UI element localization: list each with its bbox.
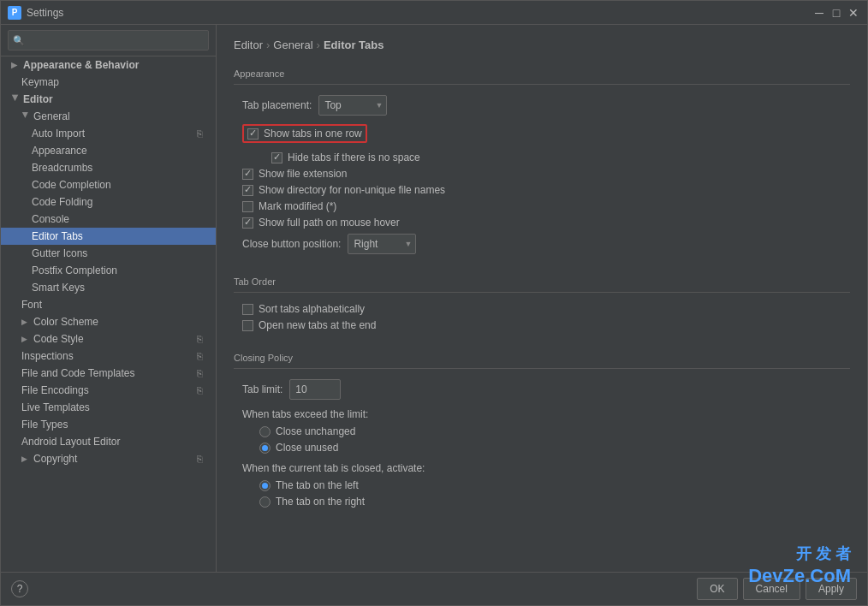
show-directory-row: Show directory for non-unique file names — [242, 184, 850, 196]
sidebar-item-label: Breadcrumbs — [32, 162, 92, 174]
tab-placement-row: Tab placement: Top Bottom Left Right Non… — [242, 95, 850, 116]
sort-alphabetically-checkbox[interactable] — [242, 304, 253, 315]
copy-icon: ⎘ — [197, 128, 209, 139]
tab-order-section-title: Tab Order — [234, 276, 850, 287]
tab-on-right-label: The tab on the right — [276, 496, 365, 508]
sidebar-item-smart-keys[interactable]: Smart Keys — [1, 279, 216, 296]
sidebar-item-file-types[interactable]: File Types — [1, 416, 216, 433]
close-unused-radio[interactable] — [259, 443, 271, 454]
copy-icon: ⎘ — [197, 454, 209, 464]
expand-icon: ▶ — [11, 61, 20, 69]
sidebar-item-label: Live Templates — [21, 401, 90, 413]
open-new-at-end-checkbox[interactable] — [242, 320, 253, 331]
tab-on-right-radio[interactable] — [259, 496, 271, 508]
show-directory-checkbox[interactable] — [242, 185, 253, 196]
sidebar-item-font[interactable]: Font — [1, 296, 216, 313]
cancel-button[interactable]: Cancel — [743, 578, 800, 600]
sidebar-item-label: Code Style — [33, 333, 84, 345]
show-full-path-label: Show full path on mouse hover — [259, 217, 400, 229]
sort-alphabetically-row: Sort tabs alphabetically — [242, 303, 850, 315]
tab-limit-input[interactable] — [289, 379, 341, 400]
tab-on-left-label: The tab on the left — [276, 479, 359, 491]
mark-modified-checkbox[interactable] — [242, 201, 253, 212]
sidebar-item-code-style[interactable]: ▶ Code Style ⎘ — [1, 330, 216, 348]
close-button[interactable]: ✕ — [847, 6, 860, 20]
sidebar-item-label: File and Code Templates — [21, 367, 135, 379]
sidebar-item-label: Postfix Completion — [32, 264, 117, 276]
tab-on-left-radio[interactable] — [259, 480, 271, 491]
close-button-dropdown-wrapper: Right Left None ▼ — [348, 234, 416, 254]
divider-3 — [234, 368, 850, 369]
sidebar-item-label: Smart Keys — [32, 282, 85, 294]
sidebar-item-label: File Types — [21, 419, 68, 431]
mark-modified-row: Mark modified (*) — [242, 200, 850, 212]
close-unchanged-label: Close unchanged — [276, 425, 355, 437]
sidebar-item-gutter-icons[interactable]: Gutter Icons — [1, 245, 216, 262]
show-tabs-one-row-row: Show tabs in one row — [242, 124, 367, 143]
tab-on-left-row: The tab on the left — [259, 479, 850, 491]
appearance-section-title: Appearance — [234, 68, 850, 79]
sidebar-item-console[interactable]: Console — [1, 211, 216, 228]
sidebar-item-auto-import[interactable]: Auto Import ⎘ — [1, 125, 216, 142]
hide-tabs-no-space-row: Hide tabs if there is no space — [271, 152, 850, 163]
sidebar-item-label: Keymap — [21, 76, 59, 88]
sidebar-item-label: Appearance — [32, 145, 87, 157]
tab-placement-dropdown[interactable]: Top Bottom Left Right None — [318, 95, 387, 116]
appearance-section: Appearance Tab placement: Top Bottom Lef… — [234, 65, 850, 259]
expand-icon: ▶ — [21, 112, 30, 121]
sidebar-item-label: Inspections — [21, 350, 74, 362]
sidebar-item-label: Code Completion — [32, 179, 111, 191]
window-controls: ─ □ ✕ — [812, 6, 860, 20]
minimize-button[interactable]: ─ — [812, 6, 826, 20]
show-tabs-one-row-checkbox[interactable] — [247, 128, 259, 140]
sidebar-item-label: Copyright — [33, 453, 77, 465]
hide-tabs-checkbox[interactable] — [271, 152, 282, 163]
sidebar-item-general[interactable]: ▶ General — [1, 108, 216, 125]
expand-icon: ▶ — [21, 318, 30, 326]
show-file-ext-checkbox[interactable] — [242, 169, 253, 180]
close-unused-row: Close unused — [259, 442, 850, 454]
sidebar-item-appearance[interactable]: Appearance — [1, 142, 216, 159]
when-current-closed-label: When the current tab is closed, activate… — [242, 462, 425, 474]
ok-button[interactable]: OK — [697, 578, 737, 600]
sort-alphabetically-label: Sort tabs alphabetically — [259, 303, 365, 315]
closing-policy-section: Closing Policy Tab limit: When tabs exce… — [234, 349, 850, 512]
show-full-path-checkbox[interactable] — [242, 217, 253, 229]
sidebar-item-label: Font — [21, 299, 42, 311]
sidebar-item-label: File Encodings — [21, 384, 89, 396]
close-unchanged-radio[interactable] — [259, 426, 271, 437]
sidebar-item-file-encodings[interactable]: File Encodings ⎘ — [1, 382, 216, 399]
help-button[interactable]: ? — [11, 580, 28, 597]
right-panel: Editor › General › Editor Tabs Appearanc… — [217, 25, 867, 572]
sidebar-item-editor[interactable]: ▶ Editor — [1, 91, 216, 108]
settings-window: P Settings ─ □ ✕ 🔍 ▶ Appearance & Behavi… — [0, 0, 868, 606]
show-file-ext-label: Show file extension — [259, 168, 347, 180]
copy-icon: ⎘ — [197, 334, 209, 344]
copy-icon: ⎘ — [197, 385, 209, 395]
search-input[interactable] — [8, 30, 209, 50]
maximize-button[interactable]: □ — [829, 6, 843, 20]
sidebar-item-live-templates[interactable]: Live Templates — [1, 399, 216, 416]
sidebar-item-breadcrumbs[interactable]: Breadcrumbs — [1, 159, 216, 176]
close-button-dropdown[interactable]: Right Left None — [348, 234, 416, 254]
sidebar-item-editor-tabs[interactable]: Editor Tabs — [1, 228, 216, 245]
sidebar-item-code-completion[interactable]: Code Completion — [1, 176, 216, 193]
breadcrumb-sep-1: › — [266, 39, 270, 51]
sidebar-item-label: Gutter Icons — [32, 247, 87, 259]
sidebar-item-file-code-templates[interactable]: File and Code Templates ⎘ — [1, 365, 216, 382]
sidebar-item-appearance-behavior[interactable]: ▶ Appearance & Behavior — [1, 56, 216, 74]
sidebar-item-android-layout-editor[interactable]: Android Layout Editor — [1, 433, 216, 450]
hide-tabs-label: Hide tabs if there is no space — [288, 152, 420, 163]
sidebar-item-copyright[interactable]: ▶ Copyright ⎘ — [1, 450, 216, 467]
apply-button[interactable]: Apply — [806, 578, 857, 600]
sidebar-item-code-folding[interactable]: Code Folding — [1, 193, 216, 211]
search-wrapper: 🔍 — [8, 30, 209, 50]
closing-policy-section-title: Closing Policy — [234, 353, 850, 363]
breadcrumb: Editor › General › Editor Tabs — [234, 39, 850, 51]
sidebar-item-inspections[interactable]: Inspections ⎘ — [1, 348, 216, 365]
sidebar-item-postfix-completion[interactable]: Postfix Completion — [1, 262, 216, 279]
tab-placement-dropdown-wrapper: Top Bottom Left Right None ▼ — [318, 95, 387, 116]
sidebar-item-keymap[interactable]: Keymap — [1, 74, 216, 91]
sidebar-item-color-scheme[interactable]: ▶ Color Scheme — [1, 313, 216, 330]
bottom-bar: ? OK Cancel Apply — [1, 572, 867, 605]
